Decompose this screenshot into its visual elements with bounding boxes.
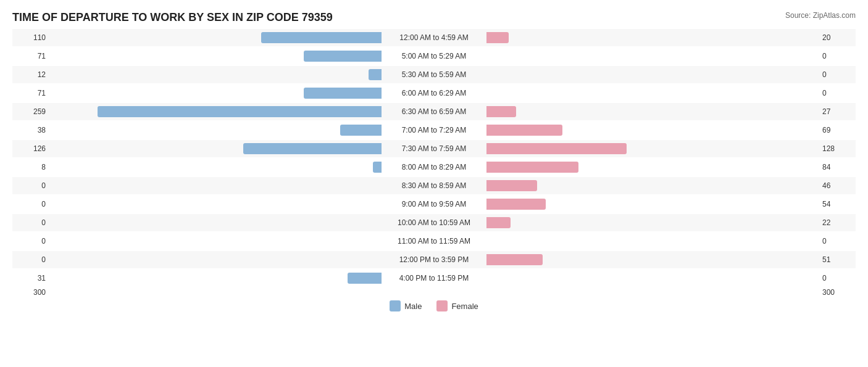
- female-value: 128: [819, 144, 856, 153]
- female-bar: [486, 199, 546, 210]
- female-bar-container: [486, 124, 819, 136]
- female-value: 69: [819, 126, 856, 134]
- female-value: 27: [819, 107, 856, 116]
- female-bar-container: [486, 216, 819, 229]
- male-value: 0: [12, 237, 49, 245]
- female-value: 22: [819, 218, 856, 227]
- time-label: 9:00 AM to 9:59 AM: [382, 200, 486, 208]
- male-bar: [261, 32, 382, 43]
- female-value: 46: [819, 181, 856, 190]
- male-bar-container: [49, 198, 382, 210]
- female-bar-container: [486, 161, 819, 173]
- legend-male-icon: [390, 300, 401, 311]
- female-bar-container: [486, 87, 819, 99]
- female-value: 0: [819, 274, 856, 282]
- male-value: 71: [12, 89, 49, 97]
- male-bar: [304, 88, 382, 99]
- legend-male: Male: [390, 300, 422, 311]
- chart-source: Source: ZipAtlas.com: [785, 11, 856, 20]
- female-bar: [486, 162, 578, 173]
- chart-row: 8 8:00 AM to 8:29 AM 84: [12, 159, 856, 176]
- female-bar: [486, 143, 627, 154]
- male-bar-container: [49, 254, 382, 266]
- time-label: 8:00 AM to 8:29 AM: [382, 163, 486, 171]
- female-bar: [486, 106, 516, 117]
- female-bar-container: [486, 198, 819, 210]
- time-label: 6:00 AM to 6:29 AM: [382, 89, 486, 97]
- time-label: 5:00 AM to 5:29 AM: [382, 52, 486, 60]
- time-label: 7:30 AM to 7:59 AM: [382, 144, 486, 153]
- legend-male-label: Male: [404, 302, 422, 311]
- male-bar: [348, 273, 382, 284]
- time-label: 4:00 PM to 11:59 PM: [382, 274, 486, 282]
- time-label: 8:30 AM to 8:59 AM: [382, 181, 486, 190]
- male-value: 0: [12, 218, 49, 227]
- axis-left: 300: [12, 288, 49, 297]
- time-label: 7:00 AM to 7:29 AM: [382, 126, 486, 134]
- female-bar-container: [486, 142, 819, 155]
- chart-row: 126 7:30 AM to 7:59 AM 128: [12, 140, 856, 157]
- female-value: 84: [819, 163, 856, 171]
- female-bar: [486, 254, 543, 265]
- chart-row: 259 6:30 AM to 6:59 AM 27: [12, 103, 856, 120]
- chart-row: 38 7:00 AM to 7:29 AM 69: [12, 122, 856, 139]
- male-bar-container: [49, 235, 382, 247]
- male-bar: [98, 106, 382, 117]
- chart-row: 71 5:00 AM to 5:29 AM 0: [12, 47, 856, 65]
- female-bar: [486, 217, 511, 228]
- male-bar-container: [49, 216, 382, 229]
- time-label: 12:00 PM to 3:59 PM: [382, 255, 486, 264]
- legend-female: Female: [436, 300, 478, 311]
- chart-row: 31 4:00 PM to 11:59 PM 0: [12, 270, 856, 287]
- female-bar-container: [486, 235, 819, 247]
- time-label: 10:00 AM to 10:59 AM: [382, 218, 486, 227]
- male-bar: [373, 162, 382, 173]
- legend-female-label: Female: [451, 302, 478, 311]
- male-bar: [304, 51, 382, 62]
- female-value: 51: [819, 255, 856, 264]
- female-bar-container: [486, 179, 819, 192]
- time-label: 5:30 AM to 5:59 AM: [382, 70, 486, 79]
- chart-row: 71 6:00 AM to 6:29 AM 0: [12, 85, 856, 102]
- male-bar-container: [49, 179, 382, 192]
- time-label: 12:00 AM to 4:59 AM: [382, 33, 486, 42]
- chart-row: 0 8:30 AM to 8:59 AM 46: [12, 177, 856, 194]
- chart-area: 110 12:00 AM to 4:59 AM 20 71 5:00 AM to…: [12, 29, 856, 287]
- chart-row: 0 9:00 AM to 9:59 AM 54: [12, 196, 856, 213]
- female-value: 54: [819, 200, 856, 208]
- female-value: 0: [819, 237, 856, 245]
- legend-female-icon: [436, 300, 448, 311]
- legend: Male Female: [12, 300, 856, 311]
- female-value: 0: [819, 52, 856, 60]
- male-value: 126: [12, 144, 49, 153]
- chart-row: 0 12:00 PM to 3:59 PM 51: [12, 251, 856, 268]
- female-bar: [486, 180, 537, 191]
- male-bar-container: [49, 105, 382, 118]
- male-value: 71: [12, 52, 49, 60]
- male-bar-container: [49, 272, 382, 284]
- male-value: 38: [12, 126, 49, 134]
- male-value: 31: [12, 274, 49, 282]
- chart-row: 0 11:00 AM to 11:59 AM 0: [12, 233, 856, 250]
- female-bar-container: [486, 272, 819, 284]
- male-bar: [340, 125, 382, 136]
- chart-container: TIME OF DEPARTURE TO WORK BY SEX IN ZIP …: [0, 0, 868, 367]
- male-bar-container: [49, 142, 382, 155]
- time-label: 6:30 AM to 6:59 AM: [382, 107, 486, 116]
- male-value: 0: [12, 181, 49, 190]
- chart-row: 0 10:00 AM to 10:59 AM 22: [12, 214, 856, 231]
- female-value: 0: [819, 70, 856, 79]
- axis-row: 300 300: [12, 288, 856, 297]
- female-bar-container: [486, 105, 819, 118]
- male-value: 12: [12, 70, 49, 79]
- female-bar-container: [486, 31, 819, 44]
- chart-row: 110 12:00 AM to 4:59 AM 20: [12, 29, 856, 46]
- male-value: 110: [12, 33, 49, 42]
- male-value: 0: [12, 200, 49, 208]
- female-bar: [486, 125, 562, 136]
- chart-row: 12 5:30 AM to 5:59 AM 0: [12, 66, 856, 83]
- male-value: 259: [12, 107, 49, 116]
- male-bar: [369, 69, 382, 80]
- male-value: 0: [12, 255, 49, 264]
- male-bar-container: [49, 124, 382, 136]
